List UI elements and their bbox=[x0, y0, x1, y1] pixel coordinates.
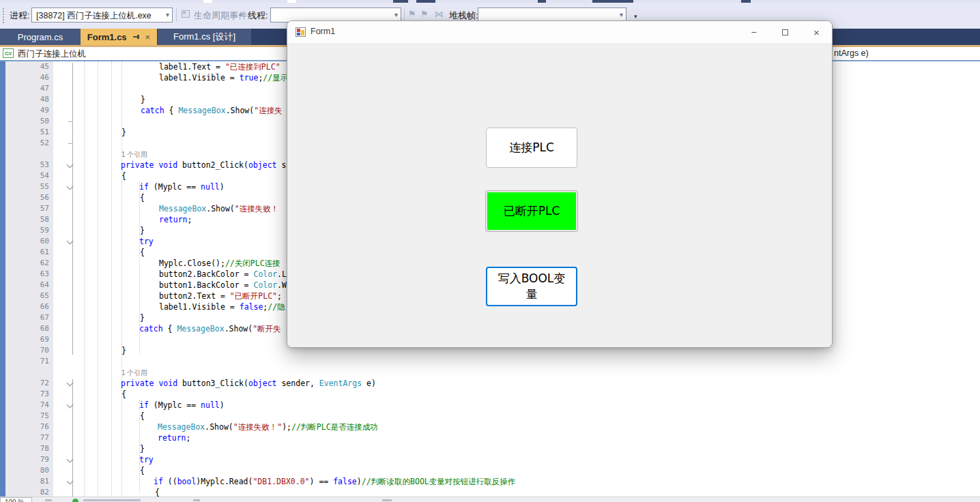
code-text: { bbox=[140, 248, 145, 257]
line-number: 71 bbox=[8, 357, 49, 366]
code-text: { bbox=[155, 488, 160, 497]
connect-plc-button[interactable]: 连接PLC bbox=[486, 128, 577, 168]
code-text: private void button3_Click(object sender… bbox=[121, 379, 376, 388]
code-line[interactable]: 73{ bbox=[0, 389, 980, 400]
line-number: 82 bbox=[8, 488, 49, 497]
line-number: 45 bbox=[8, 62, 49, 71]
code-text: } bbox=[121, 346, 126, 355]
line-number: 73 bbox=[8, 389, 49, 398]
flag-threads-icon[interactable]: ⚑ bbox=[408, 9, 416, 19]
toolbar-separator bbox=[404, 8, 405, 22]
line-number: 74 bbox=[8, 400, 49, 409]
line-number: 76 bbox=[8, 422, 49, 431]
line-number: 80 bbox=[8, 466, 49, 475]
fold-chevron-icon[interactable] bbox=[67, 183, 74, 190]
line-number: 77 bbox=[8, 433, 49, 442]
breadcrumb-method-fragment[interactable]: ntArgs e) bbox=[834, 48, 869, 58]
zoom-level-control[interactable]: 100 % bbox=[0, 497, 32, 502]
chevron-down-icon[interactable]: ▾ bbox=[620, 11, 623, 18]
line-number: 78 bbox=[8, 444, 49, 453]
close-button[interactable]: × bbox=[801, 21, 832, 43]
codelens-references[interactable]: 1 个引用 bbox=[121, 150, 147, 160]
status-fragment bbox=[193, 499, 200, 501]
flag-just-my-code-icon[interactable]: ⚑ bbox=[420, 9, 429, 19]
code-line[interactable]: 77return; bbox=[0, 432, 980, 443]
chevron-down-icon[interactable]: ▾ bbox=[166, 11, 169, 18]
tab-program-cs[interactable]: Program.cs bbox=[0, 29, 81, 45]
toolbar-grip-handle[interactable] bbox=[2, 8, 5, 24]
status-bar: 100 % bbox=[0, 497, 980, 502]
fold-chevron-icon[interactable] bbox=[67, 478, 74, 485]
code-text: if ((bool)Myplc.Read("DB1.DBX0.0") == fa… bbox=[154, 477, 515, 487]
codelens-references[interactable]: 1 个引用 bbox=[121, 368, 147, 378]
code-line[interactable]: 76MessageBox.Show("连接失败！");//判断PLC是否连接成功 bbox=[0, 422, 980, 432]
code-text: } bbox=[140, 444, 145, 454]
maximize-button[interactable] bbox=[770, 21, 801, 43]
code-text: if (Myplc == null) bbox=[139, 400, 225, 410]
maximize-icon bbox=[782, 29, 788, 35]
breadcrumb-project[interactable]: 西门子连接上位机 bbox=[18, 48, 86, 60]
line-number: 62 bbox=[8, 259, 49, 267]
csharp-project-icon: C# bbox=[3, 48, 14, 58]
line-number: 53 bbox=[8, 160, 49, 169]
code-line[interactable]: 74if (Myplc == null) bbox=[0, 400, 980, 411]
code-text: Myplc.Close();//关闭PLC连接 bbox=[159, 259, 280, 269]
process-label: 进程: bbox=[10, 10, 30, 22]
outline-region-tick bbox=[68, 143, 73, 144]
code-line[interactable]: 75{ bbox=[0, 411, 980, 422]
pin-icon[interactable] bbox=[133, 33, 140, 40]
line-number: 56 bbox=[8, 193, 49, 202]
line-number: 54 bbox=[8, 171, 49, 180]
code-text: if (Myplc == null) bbox=[139, 182, 225, 192]
tab-form1-cs[interactable]: Form1.cs × bbox=[81, 29, 157, 45]
process-combobox[interactable]: [38872] 西门子连接上位机.exe ▾ bbox=[31, 8, 173, 23]
fold-chevron-icon[interactable] bbox=[67, 402, 74, 409]
toolbar-separator bbox=[176, 8, 177, 22]
status-fragment bbox=[382, 499, 392, 501]
tab-form1-cs-design[interactable]: Form1.cs [设计] bbox=[158, 29, 251, 45]
status-fragment bbox=[83, 499, 141, 501]
minimize-button[interactable]: − bbox=[738, 21, 769, 43]
line-number: 66 bbox=[8, 302, 49, 311]
line-number: 50 bbox=[8, 117, 49, 126]
chevron-down-icon[interactable]: ▾ bbox=[240, 12, 243, 18]
code-text: { bbox=[121, 389, 126, 399]
tab-label: Form1.cs bbox=[87, 32, 127, 42]
code-line[interactable]: 80{ bbox=[0, 465, 980, 476]
toolbar-overflow-icon[interactable]: ▾ bbox=[633, 11, 640, 19]
toolbar-fragment bbox=[416, 0, 435, 3]
status-indicator-icon bbox=[72, 499, 78, 502]
close-icon[interactable]: × bbox=[145, 32, 151, 42]
fold-chevron-icon[interactable] bbox=[67, 380, 74, 387]
code-text: label1.Text = "已连接到PLC" bbox=[159, 62, 280, 72]
codelens-row[interactable]: 1 个引用 bbox=[0, 367, 980, 378]
status-fragment bbox=[45, 499, 52, 501]
code-line[interactable]: 72private void button3_Click(object send… bbox=[0, 378, 980, 389]
lifecycle-events-icon[interactable] bbox=[182, 10, 190, 18]
code-line[interactable]: 78} bbox=[0, 443, 980, 454]
line-number: 67 bbox=[8, 313, 49, 322]
form1-window[interactable]: Form1 − × 连接PLC 已断开PLC 写入BOOL变量 bbox=[287, 20, 833, 348]
write-bool-button[interactable]: 写入BOOL变量 bbox=[486, 267, 577, 306]
code-text: { bbox=[140, 411, 145, 421]
chevron-down-icon[interactable]: ▾ bbox=[394, 11, 398, 18]
toolbar-fragment bbox=[287, 0, 296, 3]
fold-chevron-icon[interactable] bbox=[67, 456, 74, 463]
line-number: 57 bbox=[8, 204, 49, 213]
line-number: 72 bbox=[8, 379, 49, 387]
line-number: 68 bbox=[8, 324, 49, 333]
parallel-stacks-icon[interactable]: ⋈ bbox=[435, 9, 444, 19]
code-line[interactable]: 71 bbox=[0, 356, 980, 367]
fold-chevron-icon[interactable] bbox=[67, 238, 74, 245]
code-line[interactable]: 79try bbox=[0, 454, 980, 465]
toolbar-fragment bbox=[592, 0, 633, 3]
tab-label: Form1.cs [设计] bbox=[173, 31, 235, 43]
form1-titlebar[interactable]: Form1 − × bbox=[287, 21, 832, 43]
code-text: label1.Visible = true;//显示 bbox=[159, 73, 288, 83]
fold-chevron-icon[interactable] bbox=[67, 162, 74, 168]
code-text: { bbox=[140, 193, 145, 203]
code-line[interactable]: 81if ((bool)Myplc.Read("DB1.DBX0.0") == … bbox=[0, 476, 980, 487]
form1-client-area: 连接PLC 已断开PLC 写入BOOL变量 bbox=[287, 43, 832, 348]
line-number: 65 bbox=[8, 291, 49, 300]
disconnect-plc-button[interactable]: 已断开PLC bbox=[486, 191, 577, 231]
